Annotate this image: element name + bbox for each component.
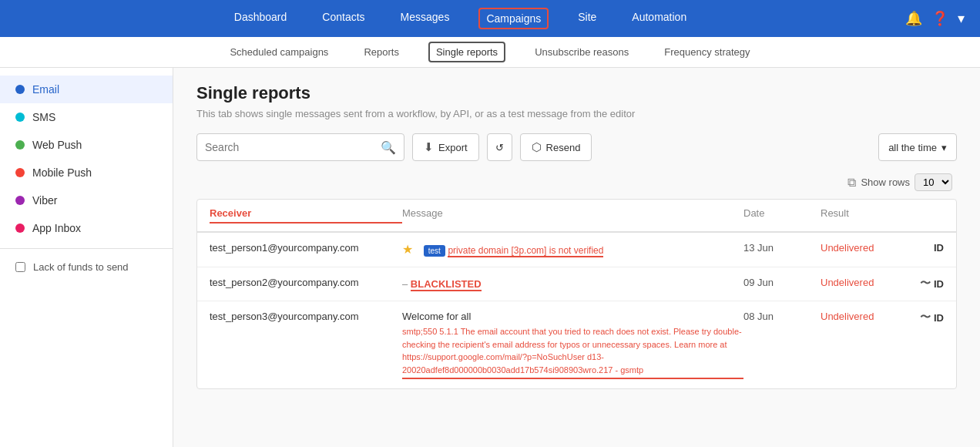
- top-navigation: Dashboard Contacts Messages Campaigns Si…: [0, 0, 980, 37]
- table-row: test_person1@yourcompany.com ★ test priv…: [197, 233, 956, 267]
- id-cell-2[interactable]: 〜 ID: [913, 277, 944, 291]
- result-3: Undelivered: [821, 311, 913, 322]
- lack-of-funds-item[interactable]: Lack of funds to send: [0, 255, 173, 279]
- id-cell-3[interactable]: 〜 ID: [913, 311, 944, 324]
- message-title-3: Welcome for all: [402, 311, 743, 322]
- date-3: 08 Jun: [743, 311, 821, 322]
- nav-messages[interactable]: Messages: [394, 8, 456, 29]
- show-rows-select[interactable]: 10 20 50: [915, 173, 952, 191]
- subnav-frequency-strategy[interactable]: Frequency strategy: [658, 43, 756, 61]
- top-nav-links: Dashboard Contacts Messages Campaigns Si…: [15, 8, 905, 29]
- id-label-3: ID: [934, 312, 944, 324]
- mobile-push-dot: [15, 168, 25, 177]
- web-push-dot: [15, 140, 25, 150]
- top-nav-icons: 🔔 ❓ ▾: [905, 10, 965, 27]
- time-filter-label: all the time: [888, 142, 937, 153]
- subnav-single-reports[interactable]: Single reports: [428, 42, 505, 62]
- receiver-email-3: test_person3@yourcompany.com: [210, 311, 402, 322]
- question-icon[interactable]: ❓: [931, 10, 948, 27]
- date-2: 09 Jun: [743, 277, 821, 288]
- col-header-result: Result: [821, 207, 913, 224]
- sidebar-label-mobile-push: Mobile Push: [32, 166, 92, 179]
- receiver-email-2: test_person2@yourcompany.com: [210, 277, 402, 288]
- table-header: Receiver Message Date Result: [197, 200, 956, 233]
- sidebar: Email SMS Web Push Mobile Push Viber App…: [0, 68, 173, 447]
- page-title: Single reports: [196, 83, 957, 103]
- search-input-wrap[interactable]: 🔍: [196, 133, 404, 161]
- id-label-1: ID: [934, 242, 944, 254]
- sidebar-item-sms[interactable]: SMS: [0, 103, 173, 131]
- export-icon: ⬇: [424, 140, 434, 154]
- id-label-2: ID: [934, 278, 944, 290]
- toolbar: 🔍 ⬇ Export ↺ ⬡ Resend all the time ▾: [196, 133, 957, 161]
- test-badge: test: [424, 245, 445, 257]
- sidebar-label-web-push: Web Push: [32, 139, 82, 151]
- sidebar-item-viber[interactable]: Viber: [0, 187, 173, 214]
- message-cell-2: – BLACKLISTED: [402, 277, 743, 291]
- star-icon[interactable]: ★: [402, 243, 413, 256]
- sidebar-label-sms: SMS: [32, 111, 55, 123]
- col-header-message: Message: [402, 207, 743, 224]
- col-header-receiver: Receiver: [210, 207, 402, 224]
- sidebar-divider: [0, 248, 173, 249]
- copy-icon[interactable]: ⧉: [847, 176, 856, 190]
- nav-contacts[interactable]: Contacts: [316, 8, 371, 29]
- table-row: test_person2@yourcompany.com – BLACKLIST…: [197, 267, 956, 301]
- sidebar-item-email[interactable]: Email: [0, 76, 173, 103]
- table-row: test_person3@yourcompany.com Welcome for…: [197, 301, 956, 388]
- time-filter-chevron: ▾: [941, 142, 947, 153]
- export-label: Export: [438, 142, 468, 153]
- main-content: Single reports This tab shows single mes…: [173, 68, 980, 447]
- refresh-button[interactable]: ↺: [487, 133, 512, 161]
- lack-of-funds-checkbox[interactable]: [15, 262, 25, 272]
- export-button[interactable]: ⬇ Export: [412, 133, 479, 161]
- sidebar-item-mobile-push[interactable]: Mobile Push: [0, 159, 173, 187]
- resend-label: Resend: [546, 142, 581, 153]
- message-error-1: private domain [3p.com] is not verified: [448, 245, 603, 257]
- sidebar-label-email: Email: [32, 83, 59, 96]
- id-cell-1[interactable]: ID: [913, 242, 944, 254]
- main-layout: Email SMS Web Push Mobile Push Viber App…: [0, 68, 980, 447]
- refresh-icon: ↺: [495, 142, 504, 153]
- sms-dot: [15, 113, 25, 122]
- result-2: Undelivered: [821, 277, 913, 288]
- result-1: Undelivered: [821, 242, 913, 254]
- dash-indicator: –: [402, 278, 408, 290]
- sidebar-item-app-inbox[interactable]: App Inbox: [0, 214, 173, 242]
- sidebar-item-web-push[interactable]: Web Push: [0, 131, 173, 159]
- bell-icon[interactable]: 🔔: [905, 10, 922, 27]
- resend-button[interactable]: ⬡ Resend: [520, 133, 592, 161]
- date-1: 13 Jun: [743, 242, 821, 254]
- message-error-long-3: smtp;550 5.1.1 The email account that yo…: [402, 325, 743, 379]
- sidebar-label-app-inbox: App Inbox: [32, 222, 81, 234]
- app-inbox-dot: [15, 224, 25, 233]
- nav-automation[interactable]: Automation: [626, 8, 693, 29]
- receiver-email-1: test_person1@yourcompany.com: [210, 242, 402, 254]
- wave-icon-3: 〜: [920, 311, 931, 324]
- search-input[interactable]: [205, 141, 381, 153]
- show-rows-bar: ⧉ Show rows 10 20 50: [196, 173, 957, 191]
- blacklisted-label: BLACKLISTED: [411, 278, 482, 291]
- chevron-down-icon[interactable]: ▾: [958, 10, 965, 27]
- data-table: Receiver Message Date Result test_person…: [196, 199, 957, 389]
- message-cell-3: Welcome for all smtp;550 5.1.1 The email…: [402, 311, 743, 379]
- email-dot: [15, 85, 25, 94]
- sidebar-label-viber: Viber: [32, 194, 57, 207]
- page-subtitle: This tab shows single messages sent from…: [196, 108, 957, 119]
- search-icon: 🔍: [381, 140, 396, 155]
- nav-campaigns[interactable]: Campaigns: [478, 8, 549, 29]
- nav-dashboard[interactable]: Dashboard: [228, 8, 294, 29]
- time-filter[interactable]: all the time ▾: [878, 133, 957, 161]
- lack-of-funds-label: Lack of funds to send: [33, 261, 129, 273]
- sub-navigation: Scheduled campaigns Reports Single repor…: [0, 37, 980, 68]
- message-cell-1: ★ test private domain [3p.com] is not ve…: [402, 242, 743, 257]
- subnav-scheduled-campaigns[interactable]: Scheduled campaigns: [223, 43, 334, 61]
- resend-icon: ⬡: [532, 140, 542, 154]
- subnav-reports[interactable]: Reports: [357, 43, 405, 61]
- subnav-unsubscribe-reasons[interactable]: Unsubscribe reasons: [529, 43, 635, 61]
- viber-dot: [15, 196, 25, 205]
- wave-icon-2: 〜: [920, 277, 931, 291]
- nav-site[interactable]: Site: [572, 8, 602, 29]
- show-rows-label: Show rows: [861, 176, 910, 188]
- col-header-actions: [913, 207, 944, 224]
